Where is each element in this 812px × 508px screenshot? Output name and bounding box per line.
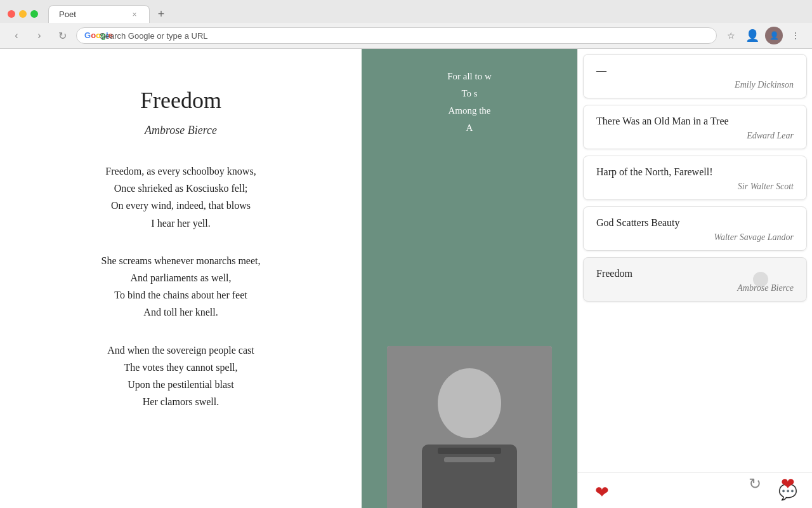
poem-stanza-1: Freedom, as every schoolboy knows, Once … xyxy=(51,163,311,232)
stanza-2-line-2: And parliaments as well, xyxy=(51,269,311,286)
browser-chrome: Poet × + ‹ › ↻ Google ☆ 👤 👤 ⋮ xyxy=(0,0,812,49)
forward-button[interactable]: › xyxy=(30,27,48,44)
stanza-1-line-1: Freedom, as every schoolboy knows, xyxy=(51,163,311,180)
tab-close-button[interactable]: × xyxy=(130,10,139,19)
traffic-lights xyxy=(8,10,38,18)
heart-icon[interactable]: ❤ xyxy=(591,481,613,504)
poet-image xyxy=(387,346,552,508)
poem-card-3-author: Sir Walter Scott xyxy=(596,182,794,192)
new-tab-button[interactable]: + xyxy=(152,5,170,23)
poem-card-1-author: Emily Dickinson xyxy=(596,80,794,90)
main-content: Freedom Ambrose Bierce Freedom, as every… xyxy=(0,49,812,508)
poem-card-4[interactable]: God Scatters Beauty Walter Savage Landor xyxy=(583,206,807,251)
poem-card-3[interactable]: Harp of the North, Farewell! Sir Walter … xyxy=(583,156,807,200)
poem-card-1[interactable]: — Emily Dickinson xyxy=(583,54,807,98)
poem-card-3-title: Harp of the North, Farewell! xyxy=(596,166,794,178)
user-avatar[interactable]: 👤 xyxy=(765,27,783,44)
maximize-window-button[interactable] xyxy=(30,10,38,18)
minimize-window-button[interactable] xyxy=(19,10,27,18)
google-logo: Google xyxy=(84,30,95,41)
stanza-3-line-2: The votes they cannot spell, xyxy=(51,359,311,376)
poem-card-5[interactable]: Freedom Ambrose Bierce xyxy=(583,257,807,302)
browser-toolbar: ‹ › ↻ Google ☆ 👤 👤 ⋮ xyxy=(0,23,812,48)
overlay-line-4: A xyxy=(377,119,562,137)
refresh-floating-icon[interactable]: ↻ xyxy=(743,472,766,495)
bottom-right-actions: ↻ ❤ xyxy=(743,472,799,495)
chrome-menu-icon[interactable]: ⋮ xyxy=(787,27,804,44)
close-window-button[interactable] xyxy=(8,10,15,18)
active-tab[interactable]: Poet × xyxy=(48,5,150,23)
profile-extension-icon[interactable]: 👤 xyxy=(743,27,761,44)
poet-image-placeholder xyxy=(387,346,552,508)
tab-label: Poet xyxy=(59,10,76,19)
poem-panel: Freedom Ambrose Bierce Freedom, as every… xyxy=(0,49,362,508)
poem-card-4-title: God Scatters Beauty xyxy=(596,217,794,229)
poem-card-1-title: — xyxy=(596,65,794,76)
tab-bar: Poet × + xyxy=(48,5,170,23)
green-panel: For all to w To s Among the A xyxy=(362,49,577,508)
stanza-2-line-3: To bind the chains about her feet xyxy=(51,286,311,304)
overlay-line-2: To s xyxy=(377,85,562,102)
stanza-3-line-3: Upon the pestilential blast xyxy=(51,376,311,393)
stanza-2-line-4: And toll her knell. xyxy=(51,304,311,321)
heart-floating-icon[interactable]: ❤ xyxy=(776,472,799,495)
poem-card-2-author: Edward Lear xyxy=(596,131,794,141)
overlay-line-1: For all to w xyxy=(377,68,562,85)
poem-stanza-2: She screams whenever monarchs meet, And … xyxy=(51,252,311,321)
stanza-1-line-2: Once shrieked as Kosciusko fell; xyxy=(51,180,311,197)
right-panel: — Emily Dickinson There Was an Old Man i… xyxy=(577,49,812,508)
address-input[interactable] xyxy=(100,31,709,41)
svg-rect-4 xyxy=(444,457,495,462)
stanza-3-line-4: Her clamors swell. xyxy=(51,393,311,410)
poem-list: — Emily Dickinson There Was an Old Man i… xyxy=(578,49,812,472)
poem-author: Ambrose Bierce xyxy=(51,124,311,137)
bookmark-icon[interactable]: ☆ xyxy=(722,27,740,44)
poem-overlay: For all to w To s Among the A xyxy=(362,49,577,149)
overlay-line-3: Among the xyxy=(377,102,562,119)
refresh-button[interactable]: ↻ xyxy=(53,27,71,44)
toolbar-actions: ☆ 👤 👤 ⋮ xyxy=(722,27,804,44)
poem-card-2[interactable]: There Was an Old Man in a Tree Edward Le… xyxy=(583,105,807,149)
stanza-1-line-4: I hear her yell. xyxy=(51,215,311,232)
svg-point-1 xyxy=(438,368,501,438)
titlebar: Poet × + xyxy=(0,0,812,23)
back-button[interactable]: ‹ xyxy=(8,27,25,44)
address-bar[interactable]: Google xyxy=(76,27,717,44)
user-profile-icon[interactable]: 👤 xyxy=(765,27,783,44)
svg-rect-3 xyxy=(438,448,501,454)
stanza-3-line-1: And when the sovereign people cast xyxy=(51,342,311,359)
poem-title: Freedom xyxy=(51,87,311,114)
poem-card-2-title: There Was an Old Man in a Tree xyxy=(596,116,794,127)
stanza-2-line-1: She screams whenever monarchs meet, xyxy=(51,252,311,269)
poem-card-4-author: Walter Savage Landor xyxy=(596,232,794,243)
poem-stanza-3: And when the sovereign people cast The v… xyxy=(51,342,311,411)
cursor-indicator xyxy=(753,272,768,287)
stanza-1-line-3: On every wind, indeed, that blows xyxy=(51,197,311,214)
